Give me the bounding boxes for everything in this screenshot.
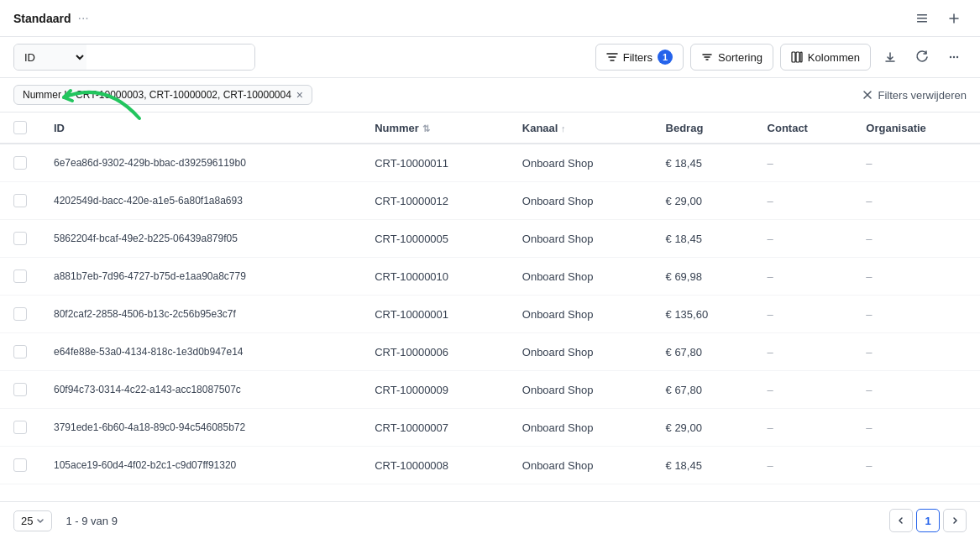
row-bedrag: € 29,00: [652, 409, 754, 447]
row-bedrag: € 67,80: [652, 333, 754, 371]
row-contact: –: [754, 371, 853, 409]
svg-rect-3: [792, 52, 795, 62]
row-contact: –: [754, 182, 853, 220]
row-id: 6e7ea86d-9302-429b-bbac-d392596119b0: [40, 144, 361, 182]
row-checkbox-cell: [0, 371, 40, 409]
row-checkbox[interactable]: [13, 421, 27, 434]
row-bedrag: € 18,45: [652, 144, 754, 182]
select-all-checkbox[interactable]: [13, 121, 27, 134]
row-checkbox[interactable]: [13, 307, 27, 321]
row-organisatie: –: [852, 258, 980, 296]
row-organisatie: –: [852, 447, 980, 484]
columns-label: Kolommen: [808, 51, 860, 64]
current-page[interactable]: 1: [916, 509, 940, 532]
field-selector[interactable]: ID Nummer Kanaal: [14, 44, 86, 70]
row-checkbox[interactable]: [13, 458, 27, 472]
row-id: e64fe88e-53a0-4134-818c-1e3d0b947e14: [40, 333, 361, 371]
page-navigation: 1: [889, 509, 967, 532]
row-checkbox-cell: [0, 333, 40, 371]
row-kanaal: Onboard Shop: [509, 258, 652, 296]
page-range: 1 - 9 van 9: [66, 515, 117, 527]
col-header-kanaal[interactable]: Kanaal ↑: [509, 113, 652, 144]
col-header-organisatie: Organisatie: [852, 113, 980, 144]
row-contact: –: [754, 258, 853, 296]
filters-button[interactable]: Filters 1: [595, 44, 684, 71]
plus-icon: [947, 12, 961, 25]
col-header-id: ID: [40, 113, 361, 144]
row-contact: –: [754, 447, 853, 484]
filter-icon: [606, 51, 618, 63]
row-kanaal: Onboard Shop: [509, 144, 652, 182]
add-view-button[interactable]: [941, 6, 967, 31]
row-bedrag: € 69,98: [652, 258, 754, 296]
row-checkbox-cell: [0, 447, 40, 484]
chevron-left-icon: [896, 515, 906, 526]
row-bedrag: € 135,60: [652, 296, 754, 333]
list-view-button[interactable]: [909, 6, 935, 31]
row-checkbox[interactable]: [13, 270, 27, 283]
row-organisatie: –: [852, 333, 980, 371]
row-kanaal: Onboard Shop: [509, 182, 652, 220]
row-kanaal: Onboard Shop: [509, 333, 652, 371]
row-organisatie: –: [852, 144, 980, 182]
row-kanaal: Onboard Shop: [509, 296, 652, 333]
row-checkbox[interactable]: [13, 232, 27, 245]
filter-chip-remove[interactable]: ×: [296, 89, 303, 101]
col-header-bedrag: Bedrag: [652, 113, 754, 144]
next-page-button[interactable]: [943, 509, 967, 532]
row-id: 80f2caf2-2858-4506-b13c-2c56b95e3c7f: [40, 296, 361, 333]
more-options-button[interactable]: [941, 44, 967, 70]
kanaal-sort-icon[interactable]: ↑: [561, 123, 566, 133]
clear-filters-button[interactable]: Filters verwijderen: [862, 89, 967, 102]
columns-button[interactable]: Kolommen: [780, 44, 871, 71]
row-checkbox[interactable]: [13, 383, 27, 396]
col-header-nummer[interactable]: Nummer ⇅: [361, 113, 509, 144]
row-id: 3791ede1-6b60-4a18-89c0-94c546085b72: [40, 409, 361, 447]
row-organisatie: –: [852, 409, 980, 447]
main-content: ID Nummer Kanaal Filters 1 Sortering: [0, 37, 980, 539]
view-title: Standaard: [13, 12, 71, 25]
toolbar: ID Nummer Kanaal Filters 1 Sortering: [0, 37, 980, 78]
table-body: 6e7ea86d-9302-429b-bbac-d392596119b0 CRT…: [0, 144, 980, 484]
row-bedrag: € 29,00: [652, 182, 754, 220]
page-size-selector[interactable]: 25: [13, 510, 52, 531]
sort-label: Sortering: [718, 51, 763, 64]
nummer-sort-icon[interactable]: ⇅: [422, 123, 430, 133]
refresh-button[interactable]: [909, 44, 935, 70]
row-kanaal: Onboard Shop: [509, 220, 652, 258]
close-icon: [862, 89, 873, 101]
row-nummer: CRT-10000009: [361, 371, 509, 409]
filters-label: Filters: [623, 51, 652, 64]
row-checkbox-cell: [0, 144, 40, 182]
row-contact: –: [754, 333, 853, 371]
view-options-button[interactable]: ···: [77, 11, 88, 26]
row-checkbox[interactable]: [13, 345, 27, 358]
row-bedrag: € 18,45: [652, 220, 754, 258]
chevron-down-icon: [36, 516, 45, 525]
filters-count: 1: [658, 50, 673, 65]
row-kanaal: Onboard Shop: [509, 371, 652, 409]
sort-button[interactable]: Sortering: [690, 44, 773, 71]
row-checkbox[interactable]: [13, 156, 27, 170]
table-row: 3791ede1-6b60-4a18-89c0-94c546085b72 CRT…: [0, 409, 980, 447]
chevron-right-icon: [950, 515, 960, 526]
download-button[interactable]: [878, 44, 903, 70]
prev-page-button[interactable]: [889, 509, 913, 532]
select-all-header: [0, 113, 40, 144]
row-nummer: CRT-10000012: [361, 182, 509, 220]
row-contact: –: [754, 220, 853, 258]
row-contact: –: [754, 409, 853, 447]
row-organisatie: –: [852, 220, 980, 258]
search-field-group[interactable]: ID Nummer Kanaal: [13, 44, 255, 71]
table-row: 80f2caf2-2858-4506-b13c-2c56b95e3c7f CRT…: [0, 296, 980, 333]
row-organisatie: –: [852, 296, 980, 333]
row-nummer: CRT-10000006: [361, 333, 509, 371]
row-nummer: CRT-10000005: [361, 220, 509, 258]
row-nummer: CRT-10000008: [361, 447, 509, 484]
svg-rect-5: [800, 52, 802, 62]
row-nummer: CRT-10000011: [361, 144, 509, 182]
search-input[interactable]: [86, 44, 254, 70]
row-checkbox[interactable]: [13, 194, 27, 207]
row-checkbox-cell: [0, 258, 40, 296]
svg-rect-0: [917, 14, 927, 16]
